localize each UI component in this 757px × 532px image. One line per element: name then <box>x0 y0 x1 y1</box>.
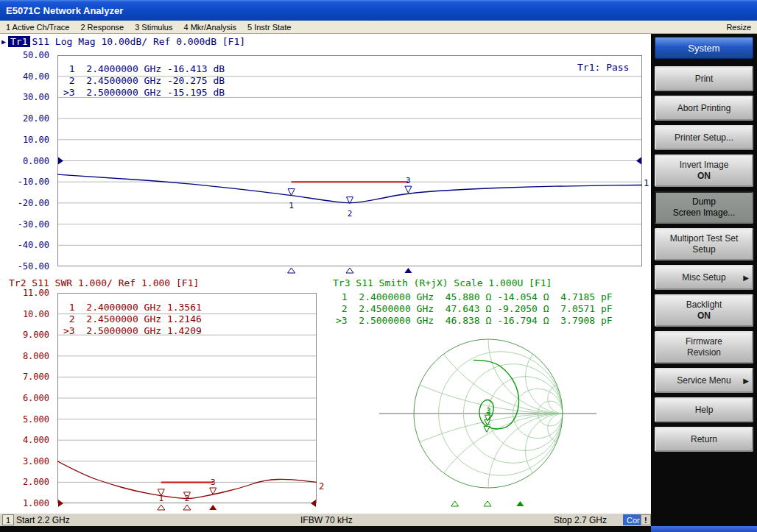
marker-stimulus-indicator[interactable] <box>288 268 295 273</box>
trace1-format-label: S11 Log Mag 10.00dB/ Ref 0.000dB [F1] <box>32 36 246 47</box>
marker-stimulus-indicator[interactable] <box>209 505 216 510</box>
y-axis-tick: 20.00 <box>0 113 53 124</box>
trace1-badge: Tr1 <box>8 36 29 47</box>
marker-readout-row: 2 2.4500000 GHz -20.275 dB <box>63 75 225 87</box>
marker-readout-row: 2 2.4500000 GHz 1.2146 <box>63 313 202 325</box>
softkey-print[interactable]: Print <box>655 66 753 91</box>
active-trace-pointer-icon: ▶ <box>1 38 6 46</box>
tr1-trace-number: 1 <box>644 178 649 188</box>
marker-readout-row: 1 2.4000000 GHz -16.413 dB <box>63 63 225 75</box>
softkey-return[interactable]: Return <box>655 427 753 452</box>
marker-number: 1 <box>289 201 294 210</box>
y-axis-tick: 5.000 <box>0 414 53 425</box>
status-bar: 1 Start 2.2 GHz IFBW 70 kHz Stop 2.7 GHz… <box>0 513 651 526</box>
marker-stimulus-indicator[interactable] <box>346 268 353 273</box>
marker-number: 2 <box>185 494 190 503</box>
marker-number: 3 <box>486 406 491 416</box>
softkey-invert-image[interactable]: Invert ImageON <box>655 155 753 187</box>
window-title: E5071C Network Analyzer <box>6 5 123 16</box>
y-axis-tick: 1.000 <box>0 497 53 509</box>
y-axis-tick: 3.000 <box>0 455 53 467</box>
marker-readout-row: 2 2.4500000 GHz 47.643 Ω -9.2050 Ω 7.057… <box>336 303 613 315</box>
softkey-printer-setup[interactable]: Printer Setup... <box>655 125 753 150</box>
trace3-header[interactable]: Tr3 S11 Smith (R+jX) Scale 1.000U [F1] <box>333 277 552 288</box>
y-axis-tick: 10.00 <box>0 134 53 146</box>
menu-item-2[interactable]: 2 Response <box>80 23 124 32</box>
softkey-misc-setup[interactable]: Misc Setup▶ <box>655 265 753 290</box>
softkey-backlight[interactable]: BacklightON <box>655 294 753 327</box>
softkey-firmware[interactable]: FirmwareRevision <box>655 331 753 363</box>
marker-number: 3 <box>211 478 216 487</box>
taskbar-fragment <box>651 526 757 532</box>
limit-test-pass-indicator: Tr1: Pass <box>577 62 629 73</box>
softkey-service-menu[interactable]: Service Menu▶ <box>655 368 753 393</box>
y-axis-tick: -40.00 <box>0 239 53 251</box>
ifbw-label: IFBW 70 kHz <box>300 515 353 525</box>
tr2-marker-readout: 1 2.4000000 GHz 1.3561 2 2.4500000 GHz 1… <box>63 302 202 337</box>
marker-stimulus-indicator[interactable] <box>484 501 491 506</box>
submenu-arrow-icon: ▶ <box>743 375 749 386</box>
y-axis-tick: -30.00 <box>0 219 53 230</box>
tr3-smith-plot[interactable]: 123 <box>333 330 649 512</box>
smith-grid <box>333 330 649 512</box>
marker-stimulus-indicator[interactable] <box>158 505 165 510</box>
y-axis-tick: -20.00 <box>0 197 53 209</box>
menu-bar: 1 Active Ch/Trace2 Response3 Stimulus4 M… <box>0 21 757 34</box>
y-axis-tick: 30.00 <box>0 91 53 103</box>
y-axis-tick: -50.00 <box>0 260 53 272</box>
y-axis-tick: 6.000 <box>0 392 53 404</box>
marker-stimulus-indicator[interactable] <box>183 505 191 510</box>
marker-readout-row: >3 2.5000000 GHz 46.838 Ω -16.794 Ω 3.79… <box>336 315 613 327</box>
resize-button[interactable]: Resize <box>726 23 751 32</box>
tr2-trace-number: 2 <box>319 481 324 492</box>
marker-readout-row: >3 2.5000000 GHz -15.195 dB <box>63 87 225 99</box>
marker-number: 3 <box>406 176 411 185</box>
marker-readout-row: 1 2.4000000 GHz 45.880 Ω -14.054 Ω 4.718… <box>336 291 613 303</box>
y-axis-tick: 40.00 <box>0 71 53 82</box>
softkey-sidebar: System PrintAbort PrintingPrinter Setup.… <box>651 34 757 526</box>
menu-item-4[interactable]: 4 Mkr/Analysis <box>183 23 236 32</box>
submenu-arrow-icon: ▶ <box>743 272 749 283</box>
marker-number: 1 <box>158 494 163 503</box>
y-axis-tick: 11.00 <box>0 287 53 299</box>
menu-items: 1 Active Ch/Trace2 Response3 Stimulus4 M… <box>6 23 291 32</box>
y-axis-tick: 0.000 <box>0 155 53 167</box>
softkey-dump[interactable]: DumpScreen Image... <box>655 191 753 224</box>
marker-stimulus-indicator[interactable] <box>516 501 524 506</box>
display-area: 123 123 123 ▶Tr1S11 Log Mag 10.00dB/ Ref… <box>0 34 651 513</box>
sweep-start-label: Start 2.2 GHz <box>16 515 70 525</box>
y-axis-tick: 10.00 <box>0 308 53 320</box>
marker-triangle[interactable] <box>484 426 490 432</box>
y-axis-tick: -10.00 <box>0 176 53 188</box>
y-axis-tick: 50.00 <box>0 49 53 61</box>
softkey-help[interactable]: Help <box>655 397 753 422</box>
marker-readout-row: >3 2.5000000 GHz 1.4209 <box>63 325 202 337</box>
trace1-header[interactable]: ▶Tr1S11 Log Mag 10.00dB/ Ref 0.000dB [F1… <box>1 36 245 47</box>
alert-indicator: ! <box>641 514 651 525</box>
y-axis-tick: 7.000 <box>0 371 53 383</box>
marker-stimulus-indicator[interactable] <box>404 268 412 273</box>
softkey-multiport-test-set[interactable]: Multiport Test SetSetup <box>655 228 753 260</box>
menu-item-5[interactable]: 5 Instr State <box>247 23 291 32</box>
menu-item-1[interactable]: 1 Active Ch/Trace <box>6 23 69 32</box>
menu-item-3[interactable]: 3 Stimulus <box>135 23 172 32</box>
marker-stimulus-indicator[interactable] <box>451 501 459 506</box>
y-axis-tick: 8.000 <box>0 350 53 362</box>
y-axis-tick: 2.000 <box>0 476 53 488</box>
window-titlebar: E5071C Network Analyzer <box>0 0 757 21</box>
tr1-marker-readout: 1 2.4000000 GHz -16.413 dB 2 2.4500000 G… <box>63 63 225 99</box>
marker-number: 2 <box>348 209 353 219</box>
softkey-menu-title: System <box>655 37 753 59</box>
marker-readout-row: 1 2.4000000 GHz 1.3561 <box>63 302 202 313</box>
trace-path <box>473 360 519 429</box>
bottom-strip <box>0 526 757 532</box>
tr3-marker-readout: 1 2.4000000 GHz 45.880 Ω -14.054 Ω 4.718… <box>336 291 613 327</box>
softkey-abort-printing[interactable]: Abort Printing <box>655 96 753 121</box>
sweep-stop-label: Stop 2.7 GHz <box>554 515 607 525</box>
y-axis-tick: 4.000 <box>0 434 53 446</box>
y-axis-tick: 9.000 <box>0 329 53 341</box>
channel-indicator: 1 <box>2 514 14 525</box>
